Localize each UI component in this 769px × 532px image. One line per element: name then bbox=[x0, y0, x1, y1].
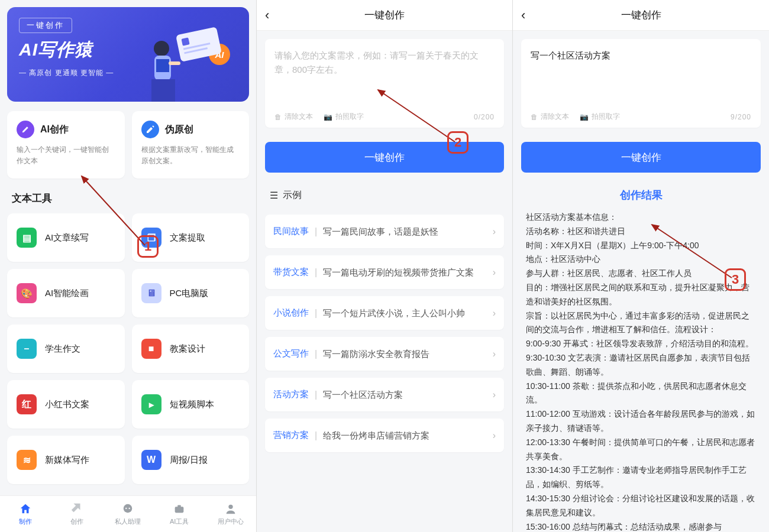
palette-icon: 🎨 bbox=[17, 283, 37, 303]
header: ‹ 一键创作 bbox=[513, 0, 769, 31]
annotation-stamp-2: 2 bbox=[447, 131, 468, 154]
tool-label: 小红书文案 bbox=[45, 399, 89, 410]
chevron-right-icon: › bbox=[493, 390, 496, 400]
tool-palette-icon[interactable]: 🎨 AI智能绘画 bbox=[7, 269, 125, 317]
separator: | bbox=[315, 430, 317, 441]
example-tag: 带货文案 bbox=[273, 267, 309, 278]
tool-label: 短视频脚本 bbox=[170, 399, 214, 410]
example-text: 写一篇电动牙刷的短视频带货推广文案 bbox=[323, 266, 487, 278]
tab-label: 制作 bbox=[19, 517, 32, 526]
prompt-placeholder: 请输入您的文案需求，例如：请写一篇关于春天的文章，800字左右。 bbox=[274, 48, 495, 77]
user-icon bbox=[224, 502, 237, 515]
hero-banner[interactable]: 一键创作 AI写作猿 — 高原创 更通顺 更智能 — AI bbox=[7, 7, 249, 102]
svg-rect-8 bbox=[151, 79, 175, 102]
tool-essay-icon[interactable]: – 学生作文 bbox=[7, 325, 125, 373]
hero-pill: 一键创作 bbox=[19, 18, 72, 33]
camera-icon: 📷 bbox=[580, 113, 589, 121]
svg-rect-7 bbox=[169, 61, 180, 65]
example-tag: 民间故事 bbox=[273, 226, 309, 237]
tool-label: AI智能绘画 bbox=[45, 288, 89, 299]
examples-title: ☰ 示例 bbox=[257, 173, 512, 204]
tool-label: 文案提取 bbox=[170, 232, 205, 244]
hero-illustration bbox=[137, 25, 231, 102]
tool-label: 教案设计 bbox=[170, 343, 205, 355]
example-item[interactable]: 小说创作 | 写一个短片武侠小说，主人公叫小帅 › bbox=[265, 296, 504, 330]
tool-monitor-icon[interactable]: 🖥 PC电脑版 bbox=[132, 269, 250, 317]
tool-media-icon[interactable]: ≋ 新媒体写作 bbox=[7, 436, 125, 484]
tool-label: 周报/日报 bbox=[170, 455, 208, 466]
ocr-button[interactable]: 📷 拍照取字 bbox=[324, 112, 364, 122]
example-text: 写一个社区活动方案 bbox=[323, 388, 487, 401]
example-item[interactable]: 带货文案 | 写一篇电动牙刷的短视频带货推广文案 › bbox=[265, 255, 504, 289]
trash-icon: 🗑 bbox=[531, 113, 538, 121]
header: ‹ 一键创作 bbox=[257, 0, 512, 31]
separator: | bbox=[315, 267, 317, 278]
svg-point-11 bbox=[125, 507, 127, 509]
document-icon: ▤ bbox=[17, 228, 37, 248]
tab-制作[interactable]: 制作 bbox=[0, 496, 51, 532]
tab-AI工具[interactable]: AI工具 bbox=[154, 496, 205, 532]
tab-label: 创作 bbox=[70, 517, 83, 526]
clear-text-button[interactable]: 🗑 清除文本 bbox=[274, 112, 313, 122]
tab-私人助理[interactable]: 私人助理 bbox=[102, 496, 154, 532]
xiaohongshu-icon: 红 bbox=[17, 394, 37, 414]
svg-point-4 bbox=[154, 41, 169, 56]
example-item[interactable]: 活动方案 | 写一个社区活动方案 › bbox=[265, 378, 504, 411]
example-tag: 小说创作 bbox=[273, 307, 309, 319]
back-icon[interactable]: ‹ bbox=[521, 8, 525, 23]
page-title: 一键创作 bbox=[364, 8, 405, 22]
example-text: 给我一份烤串店铺营销方案 bbox=[323, 429, 487, 442]
svg-point-10 bbox=[124, 504, 133, 512]
tool-label: 学生作文 bbox=[45, 343, 80, 355]
card-desc: 根据文案重新改写，智能生成原创文案。 bbox=[141, 144, 240, 167]
svg-rect-6 bbox=[156, 59, 169, 72]
book-icon: ■ bbox=[141, 339, 161, 359]
tool-xiaohongshu-icon[interactable]: 红 小红书文案 bbox=[7, 380, 125, 429]
chevron-right-icon: › bbox=[493, 308, 496, 319]
tool-report-icon[interactable]: W 周报/日报 bbox=[132, 436, 250, 484]
example-text: 写一个短片武侠小说，主人公叫小帅 bbox=[323, 307, 487, 319]
list-icon: ☰ bbox=[270, 190, 278, 201]
pen-icon bbox=[17, 121, 34, 138]
camera-icon: 📷 bbox=[324, 113, 332, 121]
tab-用户中心[interactable]: 用户中心 bbox=[205, 496, 256, 532]
rewrite-icon bbox=[141, 121, 159, 138]
prompt-input[interactable]: 写一个社区活动方案 🗑 清除文本 📷 拍照取字 9/200 bbox=[521, 39, 761, 128]
tool-video-icon[interactable]: ▸ 短视频脚本 bbox=[132, 380, 250, 429]
generate-button[interactable]: 一键创作 bbox=[521, 142, 761, 173]
monitor-icon: 🖥 bbox=[141, 283, 161, 303]
tool-label: PC电脑版 bbox=[170, 288, 209, 299]
pane-create-result: ‹ 一键创作 写一个社区活动方案 🗑 清除文本 📷 拍照取字 9/200 一键创… bbox=[513, 0, 769, 532]
svg-line-16 bbox=[378, 90, 455, 142]
clear-text-button[interactable]: 🗑 清除文本 bbox=[531, 112, 569, 122]
example-item[interactable]: 营销方案 | 给我一份烤串店铺营销方案 › bbox=[265, 419, 504, 452]
result-title: 创作结果 bbox=[513, 188, 769, 202]
tab-label: 私人助理 bbox=[115, 517, 141, 526]
tab-创作[interactable]: 创作 bbox=[51, 496, 103, 532]
example-tag: 活动方案 bbox=[273, 389, 309, 400]
separator: | bbox=[315, 390, 317, 400]
example-item[interactable]: 公文写作 | 写一篇防溺水安全教育报告 › bbox=[265, 337, 504, 371]
chat-icon bbox=[121, 502, 134, 515]
briefcase-icon bbox=[173, 502, 186, 515]
video-icon: ▸ bbox=[141, 394, 161, 414]
essay-icon: – bbox=[17, 339, 37, 359]
pane-create-empty: ‹ 一键创作 请输入您的文案需求，例如：请写一篇关于春天的文章，800字左右。 … bbox=[257, 0, 513, 532]
tab-label: 用户中心 bbox=[218, 517, 244, 526]
tool-label: 新媒体写作 bbox=[45, 455, 89, 466]
media-icon: ≋ bbox=[17, 450, 37, 470]
ocr-button[interactable]: 📷 拍照取字 bbox=[580, 112, 620, 122]
tool-book-icon[interactable]: ■ 教案设计 bbox=[132, 325, 250, 373]
separator: | bbox=[315, 349, 317, 359]
example-item[interactable]: 民间故事 | 写一篇民间故事，话题是妖怪 › bbox=[265, 215, 504, 248]
svg-rect-14 bbox=[177, 505, 181, 507]
report-icon: W bbox=[141, 450, 161, 470]
page-title: 一键创作 bbox=[621, 8, 661, 22]
separator: | bbox=[315, 308, 317, 319]
home-icon bbox=[19, 502, 32, 515]
chevron-right-icon: › bbox=[493, 349, 496, 359]
back-icon[interactable]: ‹ bbox=[265, 8, 269, 23]
bottom-tab-bar: 制作 创作 私人助理 AI工具 用户中心 bbox=[0, 495, 256, 532]
chevron-right-icon: › bbox=[493, 226, 496, 237]
example-text: 写一篇防溺水安全教育报告 bbox=[323, 348, 487, 360]
